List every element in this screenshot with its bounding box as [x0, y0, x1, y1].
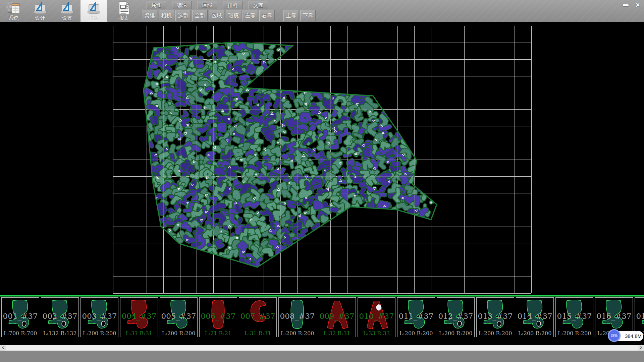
main-button-label: 设置: [62, 15, 72, 21]
part-cell-010_#37[interactable]: 010_#37L:33 R:33: [358, 297, 395, 337]
menu1-button-1[interactable]: 属性: [147, 1, 166, 9]
part-cell-011_#37[interactable]: 011_#37L:200 R:200: [397, 297, 435, 337]
part-id-label: 004_#37: [120, 312, 158, 320]
window-controls: ✕: [621, 1, 643, 9]
part-lr-label: L:200 R:200: [437, 330, 474, 337]
part-id-label: 002_#37: [41, 312, 78, 320]
part-lr-label: L:200 R:200: [516, 330, 553, 337]
part-lr-label: L:31 R:31: [120, 330, 158, 337]
part-lr-label: L:200 R:200: [160, 330, 197, 337]
menu2-button-3[interactable]: 选割: [175, 10, 191, 21]
part-lr-label: L:200 R:200: [397, 330, 435, 337]
main-button-5[interactable]: 报表: [111, 0, 138, 22]
main-button-label: 报表: [119, 15, 129, 21]
menu1-button-4[interactable]: 排料: [223, 1, 243, 9]
part-cell-015_#37[interactable]: 015_#37L:200 R:200: [555, 297, 593, 337]
nesting-canvas[interactable]: [0, 22, 644, 295]
menu1-button-5[interactable]: 交互: [249, 1, 268, 9]
strip-top-line: [0, 295, 644, 297]
part-cell-005_#37[interactable]: 005_#37L:200 R:200: [160, 297, 198, 337]
system-gear-notepad-icon: [6, 1, 21, 15]
part-lr-label: L:200 R:200: [556, 330, 593, 337]
main-button-4[interactable]: 排版: [80, 0, 107, 22]
close-icon: ✕: [635, 2, 640, 9]
part-id-label: 016_#37: [595, 312, 633, 320]
main-button-2[interactable]: 设计: [27, 0, 54, 22]
part-lr-label: L:21 R:21: [200, 330, 237, 337]
part-id-label: 009_#37: [318, 312, 356, 320]
part-id-label: 005_#37: [160, 312, 197, 320]
part-lr-label: L:200 R:200: [477, 330, 514, 337]
menu2-button-4[interactable]: 全割: [192, 10, 208, 21]
menu2-button-5[interactable]: 区域: [209, 10, 224, 21]
part-cell-014_#37[interactable]: 014_#37L:200 R:200: [516, 297, 554, 337]
minimize-icon: [623, 4, 629, 6]
top-toolbar: 系统设计设置排版报表 属性编辑区域排料交互 聚排相机选割全割区域瑕疵左靠右靠上靠…: [0, 0, 644, 22]
main-button-label: 系统: [8, 15, 18, 21]
part-cell-007_#37[interactable]: 007_#37L:31 R:31: [239, 297, 277, 337]
part-cell-002_#37[interactable]: 002_#37L:132 R:132: [41, 297, 79, 337]
application-window: 系统设计设置排版报表 属性编辑区域排料交互 聚排相机选割全割区域瑕疵左靠右靠上靠…: [0, 0, 644, 362]
scroll-right-arrow-icon[interactable]: >: [638, 345, 644, 351]
part-cell-006_#37[interactable]: 006_#37L:21 R:21: [199, 297, 237, 337]
part-lr-label: L:200 R:200: [279, 330, 316, 337]
main-button-label: 设计: [35, 15, 45, 21]
part-id-label: 017_#37: [635, 312, 644, 320]
download-size-label: 384.8M: [625, 333, 642, 339]
menu-row-1: 属性编辑区域排料交互: [147, 1, 268, 9]
menu2-button-1[interactable]: 聚排: [142, 10, 157, 21]
settings-ruler-icon: [59, 1, 75, 15]
design-ruler-icon: [33, 1, 48, 15]
horizontal-scrollbar[interactable]: < >: [0, 345, 644, 351]
part-cell-008_#37[interactable]: 008_#37L:200 R:200: [278, 297, 316, 337]
part-lr-label: L:200 R:200: [81, 330, 118, 337]
part-cell-012_#37[interactable]: 012_#37L:200 R:200: [437, 297, 475, 337]
menu2-button-6[interactable]: 瑕疵: [226, 10, 241, 21]
menu2-button-8[interactable]: 右靠: [259, 10, 275, 21]
part-cell-009_#37[interactable]: 009_#37L:32 R:31: [318, 297, 356, 337]
part-id-label: 015_#37: [556, 312, 593, 320]
part-cells: 001_#37L:700 R:700002_#37L:132 R:132003_…: [1, 297, 644, 337]
part-lr-label: L:132 R:132: [41, 330, 78, 337]
progress-circle: 38%: [608, 329, 621, 342]
menu2-button-7[interactable]: 左靠: [243, 10, 258, 21]
menu2-button-9[interactable]: 上靠: [283, 10, 299, 21]
part-cell-004_#37[interactable]: 004_#37L:31 R:31: [120, 297, 158, 337]
status-bar: [0, 351, 644, 362]
part-lr-label: L:32 R:31: [318, 330, 356, 337]
part-id-label: 003_#37: [81, 312, 118, 320]
part-cell-013_#37[interactable]: 013_#37L:200 R:200: [476, 297, 514, 337]
menu1-button-3[interactable]: 区域: [198, 1, 217, 9]
report-document-icon: [116, 1, 132, 15]
main-button-1[interactable]: 系统: [0, 0, 27, 22]
part-id-label: 007_#37: [239, 312, 276, 320]
part-id-label: 006_#37: [200, 312, 237, 320]
part-id-label: 013_#37: [477, 312, 514, 320]
part-id-label: 010_#37: [358, 312, 395, 320]
scroll-left-arrow-icon[interactable]: <: [0, 345, 6, 351]
main-button-3[interactable]: 设置: [54, 0, 80, 22]
main-button-label: 排版: [89, 15, 99, 21]
download-progress-badge[interactable]: 384.8M 38%: [608, 329, 644, 343]
part-lr-label: L:31 R:31: [239, 330, 276, 337]
menu2-button-10[interactable]: 下靠: [300, 10, 316, 21]
part-id-label: 011_#37: [397, 312, 435, 320]
close-button[interactable]: ✕: [633, 1, 643, 9]
part-lr-label: L:700 R:700: [2, 330, 39, 337]
menu2-button-2[interactable]: 相机: [159, 10, 174, 21]
progress-percent-label: 38%: [611, 334, 618, 338]
part-lr-label: L:33 R:33: [358, 330, 395, 337]
toolbar-divider: [109, 1, 109, 21]
parts-thumbnail-strip: 001_#37L:700 R:700002_#37L:132 R:132003_…: [0, 295, 644, 345]
menu-row-2: 聚排相机选割全割区域瑕疵左靠右靠上靠下靠: [142, 10, 316, 21]
part-id-label: 008_#37: [279, 312, 316, 320]
layout-ruler-icon: [86, 1, 102, 15]
part-id-label: 014_#37: [516, 312, 553, 320]
part-cell-003_#37[interactable]: 003_#37L:200 R:200: [80, 297, 118, 337]
part-cell-001_#37[interactable]: 001_#37L:700 R:700: [1, 297, 39, 337]
minimize-button[interactable]: [621, 1, 631, 9]
part-id-label: 001_#37: [2, 312, 39, 320]
menu1-button-2[interactable]: 编辑: [172, 1, 192, 9]
part-id-label: 012_#37: [437, 312, 474, 320]
